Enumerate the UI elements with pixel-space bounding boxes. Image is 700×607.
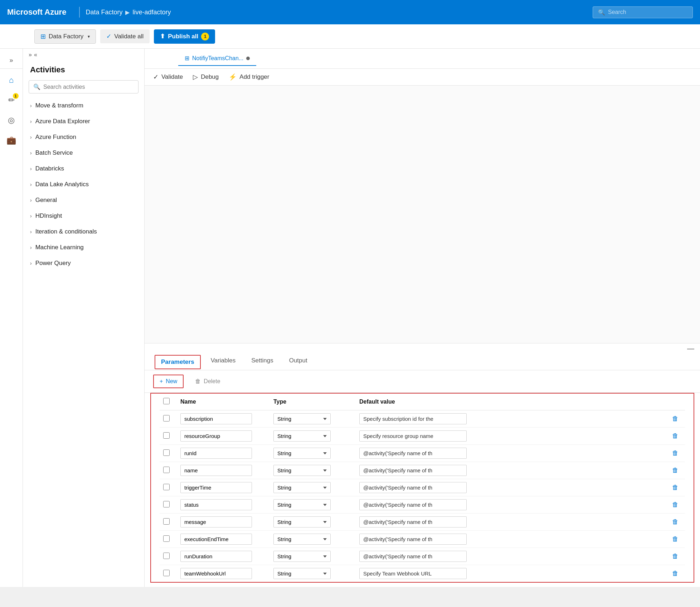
sidebar-item-manage[interactable]: 💼 (3, 132, 20, 149)
param-default-input-7[interactable] (359, 534, 467, 545)
new-label: New (166, 378, 177, 385)
delete-row-btn-3[interactable]: 🗑 (669, 465, 681, 475)
param-default-input-0[interactable] (359, 413, 467, 424)
param-type-select-0[interactable]: String Bool Int Float Object Array Secur… (273, 413, 331, 424)
validate-button[interactable]: ✓ Validate (153, 73, 183, 81)
param-type-select-3[interactable]: String Bool Int Float Object Array Secur… (273, 465, 331, 476)
param-default-input-4[interactable] (359, 482, 467, 493)
tab-parameters[interactable]: Parameters (155, 355, 201, 369)
param-name-input-8[interactable] (180, 551, 252, 562)
sidebar-item-monitor[interactable]: ◎ (3, 112, 20, 129)
delete-row-btn-4[interactable]: 🗑 (669, 482, 681, 492)
param-default-input-1[interactable] (359, 430, 467, 442)
activity-group-item[interactable]: ›Move & transform (23, 98, 144, 114)
delete-parameter-button[interactable]: 🗑 Delete (189, 375, 226, 387)
trigger-label: Add trigger (239, 73, 269, 81)
collapse-icon[interactable]: « (34, 52, 37, 58)
activity-group-item[interactable]: ›Azure Function (23, 129, 144, 145)
pipeline-tab-active[interactable]: ⊞ NotifiyTeamsChan... (178, 51, 256, 66)
row-checkbox-8[interactable] (163, 553, 170, 559)
activity-group-item[interactable]: ›Machine Learning (23, 240, 144, 255)
activity-group-item[interactable]: ›HDInsight (23, 208, 144, 224)
pipeline-canvas[interactable] (145, 86, 700, 343)
breadcrumb-datafactory[interactable]: Data Factory (86, 9, 122, 16)
delete-row-btn-8[interactable]: 🗑 (669, 551, 681, 561)
param-default-input-6[interactable] (359, 516, 467, 527)
activities-list: ›Move & transform›Azure Data Explorer›Az… (23, 98, 144, 587)
param-type-select-7[interactable]: String Bool Int Float Object Array Secur… (273, 534, 331, 545)
validate-all-button[interactable]: ✓ Validate all (100, 29, 150, 43)
debug-button[interactable]: ▷ Debug (193, 73, 219, 81)
add-trigger-button[interactable]: ⚡ Add trigger (229, 73, 269, 81)
datafactory-button[interactable]: ⊞ Data Factory ▾ (34, 29, 96, 44)
sidebar-item-author[interactable]: ✏ 1 (3, 92, 20, 109)
param-name-input-1[interactable] (180, 430, 252, 442)
breadcrumb-factory[interactable]: live-adfactory (132, 9, 171, 16)
delete-row-btn-2[interactable]: 🗑 (669, 448, 681, 458)
activity-group-item[interactable]: ›Iteration & conditionals (23, 224, 144, 240)
select-all-checkbox[interactable] (163, 398, 170, 404)
row-checkbox-7[interactable] (163, 535, 170, 542)
row-checkbox-0[interactable] (163, 415, 170, 421)
delete-row-btn-1[interactable]: 🗑 (669, 431, 681, 441)
param-type-select-5[interactable]: String Bool Int Float Object Array Secur… (273, 499, 331, 510)
row-checkbox-9[interactable] (163, 570, 170, 576)
row-checkbox-6[interactable] (163, 518, 170, 525)
search-activities-input[interactable] (43, 84, 134, 90)
activity-group-item[interactable]: ›Batch Service (23, 145, 144, 161)
param-type-select-1[interactable]: String Bool Int Float Object Array Secur… (273, 430, 331, 442)
row-checkbox-3[interactable] (163, 467, 170, 473)
param-name-input-6[interactable] (180, 516, 252, 527)
tab-output[interactable]: Output (282, 352, 315, 370)
expand-icon[interactable]: » (8, 55, 14, 66)
new-parameter-button[interactable]: + New (153, 375, 184, 388)
collapse-left-icon[interactable]: » (29, 52, 32, 58)
param-type-select-9[interactable]: String Bool Int Float Object Array Secur… (273, 568, 331, 579)
param-type-select-2[interactable]: String Bool Int Float Object Array Secur… (273, 448, 331, 459)
delete-row-btn-7[interactable]: 🗑 (669, 534, 681, 544)
delete-row-btn-5[interactable]: 🗑 (669, 500, 681, 510)
param-type-select-8[interactable]: String Bool Int Float Object Array Secur… (273, 551, 331, 562)
top-navigation: Microsoft Azure Data Factory ▶ live-adfa… (0, 0, 700, 24)
activity-group-item[interactable]: ›Power Query (23, 255, 144, 271)
param-name-input-7[interactable] (180, 534, 252, 545)
row-checkbox-4[interactable] (163, 484, 170, 490)
activity-group-item[interactable]: ›Data Lake Analytics (23, 177, 144, 192)
param-name-input-4[interactable] (180, 482, 252, 493)
param-name-input-0[interactable] (180, 413, 252, 424)
search-box[interactable]: 🔍 (593, 6, 693, 18)
param-type-select-4[interactable]: String Bool Int Float Object Array Secur… (273, 482, 331, 493)
param-name-input-9[interactable] (180, 568, 252, 579)
activity-group-item[interactable]: ›General (23, 192, 144, 208)
chevron-right-icon: › (30, 197, 32, 203)
monitor-icon: ◎ (8, 116, 15, 125)
table-row: String Bool Int Float Object Array Secur… (160, 410, 685, 428)
row-checkbox-1[interactable] (163, 432, 170, 439)
delete-label: Delete (204, 378, 220, 385)
param-default-input-9[interactable] (359, 568, 467, 579)
param-default-input-2[interactable] (359, 448, 467, 459)
param-type-select-6[interactable]: String Bool Int Float Object Array Secur… (273, 516, 331, 527)
search-input[interactable] (608, 9, 687, 15)
tab-settings[interactable]: Settings (244, 352, 280, 370)
activities-search-box[interactable]: 🔍 (29, 80, 138, 93)
publish-all-button[interactable]: ⬆ Publish all 1 (154, 29, 215, 44)
tab-variables[interactable]: Variables (204, 352, 243, 370)
delete-row-btn-9[interactable]: 🗑 (669, 568, 681, 578)
table-row: String Bool Int Float Object Array Secur… (160, 548, 685, 565)
delete-row-btn-6[interactable]: 🗑 (669, 517, 681, 527)
param-default-input-3[interactable] (359, 465, 467, 476)
minimize-icon[interactable]: — (687, 345, 694, 352)
delete-row-btn-0[interactable]: 🗑 (669, 414, 681, 424)
row-checkbox-2[interactable] (163, 449, 170, 456)
trash-icon: 🗑 (195, 378, 201, 385)
activity-group-item[interactable]: ›Databricks (23, 161, 144, 177)
param-name-input-5[interactable] (180, 499, 252, 510)
row-checkbox-5[interactable] (163, 501, 170, 507)
activity-group-item[interactable]: ›Azure Data Explorer (23, 114, 144, 129)
sidebar-item-home[interactable]: ⌂ (3, 72, 20, 89)
param-name-input-3[interactable] (180, 465, 252, 476)
param-default-input-8[interactable] (359, 551, 467, 562)
param-name-input-2[interactable] (180, 448, 252, 459)
param-default-input-5[interactable] (359, 499, 467, 510)
